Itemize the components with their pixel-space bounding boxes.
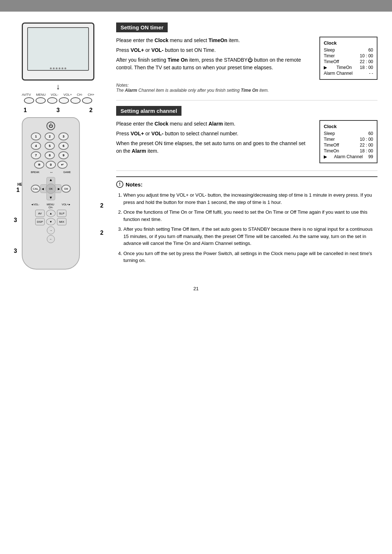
setting-on-timer-header: Setting ON timer	[116, 22, 168, 32]
num-btn-8[interactable]: 8	[45, 151, 55, 159]
setting-alarm-channel-header: Setting alarm channel	[116, 106, 181, 116]
slp-button[interactable]: SLP	[57, 210, 66, 217]
ch-label: CH-	[49, 206, 53, 209]
down-arrow-icon: ▼	[49, 196, 53, 200]
side-num-3a: 3	[14, 217, 17, 223]
cross-center[interactable]: OK	[46, 184, 56, 194]
num-btn-9[interactable]: 9	[58, 151, 69, 159]
setting-on-timer-text: Please enter the Clock menu and select T…	[116, 37, 312, 74]
tv-btn-avtv[interactable]	[24, 97, 34, 104]
notes-icon: !	[116, 181, 123, 188]
divider-1	[116, 100, 377, 100]
power-button[interactable]: ⏻	[46, 122, 55, 130]
notes-heading-text: Notes:	[126, 181, 143, 188]
sleep-label-1: Sleep	[324, 48, 335, 53]
sleep-value-1: 60	[368, 48, 373, 53]
on-timer-notes: Notes: The Alarm Channel item is availab…	[116, 83, 377, 93]
right-column: Setting ON timer Please enter the Clock …	[116, 22, 377, 270]
timeoff-value-2: 22 : 00	[360, 143, 373, 148]
game-label: GAME	[63, 171, 71, 173]
clock-panel-1: Clock Sleep 60 Timer 10 : 00 TimeOff 22 …	[319, 37, 377, 80]
timeon-label-1: TimeOn	[336, 65, 352, 70]
cal-button[interactable]: CAL	[31, 185, 40, 193]
notes-label-1: Notes:	[116, 83, 129, 88]
clock-row-alarm-2: ▶ Alarm Channel 99	[324, 154, 373, 160]
tv-illustration: ↓ AV/TV MENU VOL- VOL+ CH- CH+	[11, 22, 105, 114]
up-btn[interactable]: ▲	[46, 210, 56, 217]
setting-on-timer-content: Please enter the Clock menu and select T…	[116, 37, 377, 80]
tv-btn-ch-minus[interactable]	[70, 97, 81, 104]
clock-panel-2: Clock Sleep 60 Timer 10 : 00 TimeOff 22 …	[319, 120, 377, 163]
clock-panel-2-title: Clock	[324, 124, 373, 129]
timeon-arrow-1: ▶	[324, 65, 327, 70]
tv-btn-ch-plus[interactable]	[82, 97, 92, 104]
down-btn[interactable]: ▼	[46, 218, 56, 225]
timeon-value-1: 18 : 00	[360, 65, 373, 70]
dsp-button[interactable]: DSP	[35, 218, 45, 225]
side-num-2b: 2	[100, 230, 103, 236]
num-btn-1[interactable]: 1	[31, 132, 41, 140]
clock-row-timeoff-2: TimeOff 22 : 00	[324, 142, 373, 148]
av-slp-row: AV ▲ SLP	[35, 210, 66, 217]
num-btn-2[interactable]: 2	[45, 132, 55, 140]
av-button[interactable]: AV	[35, 210, 45, 217]
cal-nav-row: CAL OK ▲ ▼ ◄ ► GM	[31, 176, 71, 202]
right-btn[interactable]: →	[47, 226, 55, 234]
vol-label: ◄VOL-	[31, 203, 39, 206]
clock-row-alarm-1: Alarm Channel - -	[324, 70, 373, 76]
on-timer-para2: Press VOL+ or VOL- button to set ON Time…	[116, 46, 312, 54]
notes-text-1: The Alarm Channel item is available only…	[116, 88, 269, 93]
tv-buttons-row	[24, 97, 92, 104]
tv-btn-vol-minus[interactable]	[47, 97, 57, 104]
setting-on-timer-section: Setting ON timer Please enter the Clock …	[116, 22, 377, 93]
special-btn-tv[interactable]: ⊞	[34, 161, 44, 169]
break-label: BREAK	[31, 171, 40, 173]
num-btn-6[interactable]: 6	[58, 142, 69, 150]
menu-label: MENU	[47, 203, 54, 206]
timeoff-label-2: TimeOff	[324, 143, 339, 148]
timer-label-2: Timer	[324, 137, 335, 142]
setting-alarm-channel-text: Please enter the Clock menu and select A…	[116, 120, 312, 157]
tv-btn-vol-plus[interactable]	[59, 97, 69, 104]
num-btn-4[interactable]: 4	[31, 142, 41, 150]
label-ch-plus: CH+	[88, 93, 94, 97]
num-btn-3[interactable]: 3	[58, 132, 69, 140]
label-vol-plus: VOL+	[64, 93, 72, 97]
top-bar	[0, 0, 392, 12]
num-btn-0[interactable]: 0	[46, 161, 56, 169]
note-item-4: Once you turn off the set by press the P…	[123, 250, 377, 264]
clock-row-timer-2: Timer 10 : 00	[324, 136, 373, 142]
left-btn[interactable]: ←	[47, 235, 55, 243]
alarm-para2: Press VOL+ or VOL- button to select chan…	[116, 130, 312, 138]
notes-list: When you adjust time by VOL+ or VOL- but…	[116, 192, 377, 264]
page-number: 21	[0, 280, 392, 293]
tv-btn-menu[interactable]	[36, 97, 46, 104]
clock-row-timer-1: Timer 10 : 00	[324, 53, 373, 59]
arrow-left-row: ←	[47, 235, 55, 243]
arrow-down-icon: ↓	[56, 82, 60, 91]
mix-button[interactable]: MIX	[57, 218, 66, 225]
label-av-tv: AV/TV	[22, 93, 31, 97]
tv-num-3: 3	[57, 107, 60, 114]
tv-num-2: 2	[89, 107, 93, 114]
break-game-arrow: ↔	[50, 170, 53, 174]
num-btn-7[interactable]: 7	[31, 151, 41, 159]
alarm-para1: Please enter the Clock menu and select A…	[116, 120, 312, 128]
notes-section: ! Notes: When you adjust time by VOL+ or…	[116, 176, 377, 264]
vol-ch-labels: ◄VOL- MENU VOL+►	[31, 203, 71, 206]
special-row: ⊞ 0 ↵	[34, 161, 68, 169]
timeon-value-2: 18 : 00	[360, 148, 373, 153]
note-item-3: After you finish setting Time Off item, …	[123, 226, 377, 247]
remote-section: HELP 1 2 3 2 3 ⏻ 1 2 3 4 5 6 7 8	[11, 117, 105, 270]
clock-row-timeon-1: ▶ TimeOn 18 : 00	[324, 65, 373, 70]
special-btn-enter[interactable]: ↵	[57, 161, 68, 169]
tv-button-labels: AV/TV MENU VOL- VOL+ CH- CH+	[22, 93, 94, 97]
alarm-para3: When the preset ON time elapses, the set…	[116, 140, 312, 155]
timer-value-2: 10 : 00	[360, 137, 373, 142]
num-btn-5[interactable]: 5	[45, 142, 55, 150]
game-button[interactable]: GM	[61, 185, 71, 193]
remote-control: ⏻ 1 2 3 4 5 6 7 8 9 ⊞ 0 ↵	[22, 117, 80, 270]
dsp-row: DSP ▼ MIX	[35, 218, 66, 225]
alarm-label-1: Alarm Channel	[324, 71, 352, 76]
left-column: ↓ AV/TV MENU VOL- VOL+ CH- CH+	[11, 22, 105, 270]
